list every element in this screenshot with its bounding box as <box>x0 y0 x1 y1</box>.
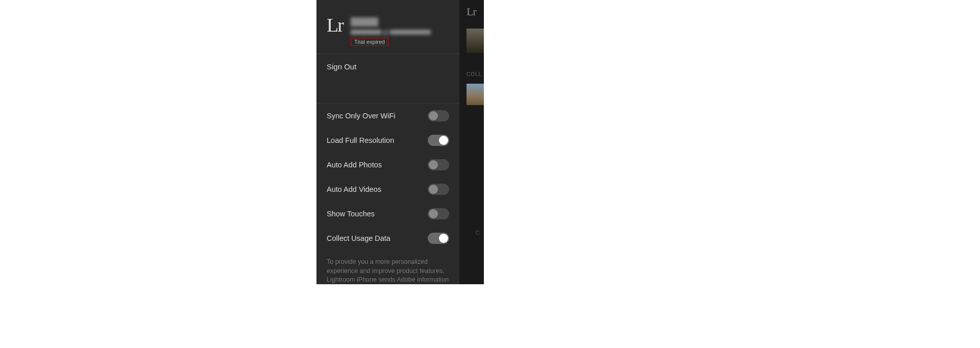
setting-label: Auto Add Photos <box>327 161 382 169</box>
spacer <box>316 79 459 104</box>
setting-collect-usage-data: Collect Usage Data <box>316 226 459 251</box>
usage-data-description: To provide you a more personalized exper… <box>316 251 459 284</box>
settings-panel: Lr @ Trial expired Sign Out Sync Only Ov… <box>316 0 459 284</box>
setting-load-full-res: Load Full Resolution <box>316 128 459 153</box>
trial-status-badge: Trial expired <box>351 38 388 46</box>
setting-label: Auto Add Videos <box>327 185 381 193</box>
bg-photo-thumbnail <box>467 29 484 53</box>
bg-collections-label: COLL <box>467 71 482 77</box>
bg-photo-thumbnail <box>467 84 484 105</box>
profile-name-redacted <box>351 17 397 27</box>
toggle-collect-usage-data[interactable] <box>428 233 449 244</box>
sign-out-button[interactable]: Sign Out <box>316 54 459 79</box>
profile-email-redacted: @ <box>351 29 449 36</box>
background-app-view: Lr COLL C <box>459 0 484 284</box>
app-screenshot: Lr @ Trial expired Sign Out Sync Only Ov… <box>316 0 484 284</box>
toggle-load-full-res[interactable] <box>428 135 449 146</box>
bg-lightroom-logo-icon: Lr <box>467 5 476 18</box>
toggle-sync-wifi[interactable] <box>428 110 449 121</box>
lightroom-logo-icon: Lr <box>327 15 343 35</box>
toggle-show-touches[interactable] <box>428 208 449 219</box>
setting-sync-wifi: Sync Only Over WiFi <box>316 104 459 128</box>
toggle-auto-add-videos[interactable] <box>428 184 449 195</box>
setting-label: Collect Usage Data <box>327 234 390 242</box>
setting-label: Show Touches <box>327 210 375 218</box>
setting-auto-add-photos: Auto Add Photos <box>316 153 459 177</box>
setting-auto-add-videos: Auto Add Videos <box>316 177 459 202</box>
setting-label: Sync Only Over WiFi <box>327 112 396 120</box>
profile-section: Lr @ Trial expired <box>316 0 459 54</box>
setting-show-touches: Show Touches <box>316 202 459 226</box>
setting-label: Load Full Resolution <box>327 136 394 144</box>
toggle-auto-add-photos[interactable] <box>428 159 449 170</box>
profile-info: @ Trial expired <box>351 15 449 46</box>
bg-label-fragment: C <box>476 230 480 236</box>
